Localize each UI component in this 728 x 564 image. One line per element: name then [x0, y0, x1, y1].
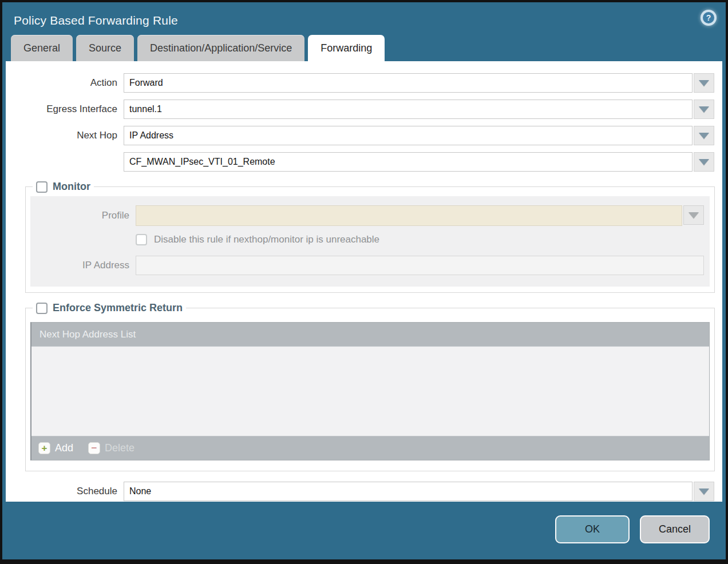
schedule-row: Schedule None — [6, 482, 714, 501]
tab-general[interactable]: General — [11, 35, 73, 61]
delete-button: − Delete — [88, 442, 134, 454]
next-hop-row: Next Hop IP Address — [6, 126, 714, 145]
cancel-button[interactable]: Cancel — [640, 515, 710, 543]
action-row: Action Forward — [6, 73, 714, 93]
monitor-body: Profile Disable this rule if nexthop/mon… — [30, 196, 710, 287]
next-hop-type-field[interactable]: IP Address — [124, 126, 693, 145]
chevron-down-icon — [699, 488, 709, 495]
next-hop-address-dropdown-button[interactable] — [694, 152, 714, 172]
help-button[interactable]: ? — [701, 10, 717, 26]
tab-source[interactable]: Source — [76, 35, 134, 61]
schedule-label: Schedule — [6, 486, 124, 497]
egress-interface-label: Egress Interface — [6, 104, 124, 115]
next-hop-address-list-toolbar: + Add − Delete — [31, 436, 709, 460]
monitor-ip-address-row: IP Address — [30, 256, 704, 275]
egress-interface-value: tunnel.1 — [129, 104, 162, 114]
delete-button-label: Delete — [105, 442, 134, 454]
tab-destination-application-service[interactable]: Destination/Application/Service — [137, 35, 304, 61]
next-hop-address-row: CF_MWAN_IPsec_VTI_01_Remote — [6, 152, 714, 172]
chevron-down-icon — [699, 159, 709, 165]
egress-interface-field[interactable]: tunnel.1 — [124, 100, 693, 119]
dialog-titlebar: Policy Based Forwarding Rule ? — [2, 2, 726, 34]
dialog-footer: OK Cancel — [2, 502, 726, 557]
disable-rule-row: Disable this rule if nexthop/monitor ip … — [30, 234, 704, 245]
next-hop-type-dropdown-button[interactable] — [694, 126, 714, 145]
monitor-ip-address-label: IP Address — [30, 260, 136, 271]
forwarding-tab-panel: Action Forward Egress Interface tunnel.1 — [6, 61, 722, 502]
enforce-symmetric-return-legend-label: Enforce Symmetric Return — [53, 302, 183, 314]
tab-forwarding[interactable]: Forwarding — [308, 35, 385, 61]
action-dropdown-button[interactable] — [694, 73, 714, 93]
schedule-field[interactable]: None — [124, 482, 693, 501]
enforce-symmetric-return-checkbox[interactable] — [36, 303, 48, 314]
monitor-legend: Monitor — [33, 181, 94, 193]
enforce-symmetric-return-section: Enforce Symmetric Return Next Hop Addres… — [25, 302, 715, 471]
plus-icon: + — [38, 442, 50, 454]
next-hop-label: Next Hop — [6, 130, 124, 141]
question-mark-icon: ? — [703, 12, 714, 23]
schedule-dropdown-button[interactable] — [694, 482, 714, 501]
profile-row: Profile — [30, 205, 704, 226]
action-field[interactable]: Forward — [124, 73, 693, 93]
chevron-down-icon — [699, 133, 709, 139]
chevron-down-icon — [689, 212, 699, 219]
next-hop-address-list-header-label: Next Hop Address List — [39, 329, 136, 340]
profile-dropdown-button — [683, 205, 704, 225]
next-hop-address-list-header: Next Hop Address List — [31, 323, 709, 347]
schedule-value: None — [129, 486, 151, 497]
ok-button[interactable]: OK — [555, 515, 630, 543]
tab-bar: General Source Destination/Application/S… — [2, 34, 726, 61]
next-hop-address-field[interactable]: CF_MWAN_IPsec_VTI_01_Remote — [124, 152, 693, 172]
egress-interface-row: Egress Interface tunnel.1 — [6, 100, 714, 119]
chevron-down-icon — [699, 106, 709, 113]
enforce-symmetric-return-legend: Enforce Symmetric Return — [33, 302, 186, 314]
disable-rule-checkbox — [136, 234, 147, 245]
egress-interface-dropdown-button[interactable] — [694, 100, 714, 119]
policy-based-forwarding-dialog: Policy Based Forwarding Rule ? General S… — [0, 0, 728, 564]
monitor-ip-address-field — [136, 256, 704, 275]
chevron-down-icon — [699, 80, 709, 86]
action-value: Forward — [129, 78, 163, 88]
dialog-title: Policy Based Forwarding Rule — [14, 14, 178, 27]
add-button-label: Add — [55, 442, 73, 454]
disable-rule-label: Disable this rule if nexthop/monitor ip … — [154, 234, 379, 245]
monitor-legend-label: Monitor — [53, 181, 90, 193]
profile-field — [136, 205, 682, 226]
next-hop-address-list-body[interactable] — [31, 347, 709, 436]
next-hop-address-value: CF_MWAN_IPsec_VTI_01_Remote — [129, 157, 275, 167]
monitor-section: Monitor Profile — [25, 181, 715, 293]
action-label: Action — [6, 77, 124, 89]
minus-icon: − — [88, 442, 100, 454]
profile-label: Profile — [30, 210, 136, 221]
next-hop-address-list-table: Next Hop Address List + Add − Delete — [30, 322, 710, 460]
next-hop-type-value: IP Address — [129, 130, 173, 141]
monitor-checkbox[interactable] — [36, 181, 48, 193]
add-button[interactable]: + Add — [38, 442, 73, 454]
